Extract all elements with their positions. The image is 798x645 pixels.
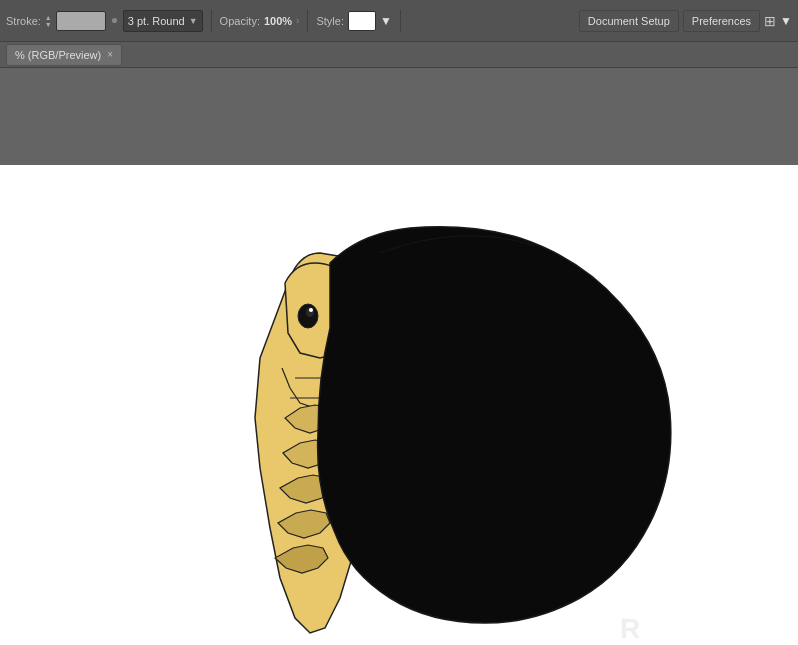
tab-close-button[interactable]: × bbox=[107, 49, 113, 60]
stroke-dot-separator bbox=[112, 18, 117, 23]
toolbar: Stroke: ▲ ▼ 3 pt. Round ▼ Opacity: 100% … bbox=[0, 0, 798, 42]
stroke-stepper[interactable]: ▲ ▼ bbox=[45, 14, 52, 28]
opacity-expand-icon[interactable]: › bbox=[296, 15, 299, 26]
document-tab[interactable]: % (RGB/Preview) × bbox=[6, 44, 122, 66]
toolbar-right-actions: Document Setup Preferences ⊞ ▼ bbox=[579, 10, 792, 32]
style-group: Style: ▼ bbox=[316, 11, 391, 31]
svg-point-2 bbox=[309, 308, 313, 312]
arrange-icon[interactable]: ⊞ bbox=[764, 13, 776, 29]
separator-1 bbox=[211, 10, 212, 32]
tab-label: % (RGB/Preview) bbox=[15, 49, 101, 61]
style-dropdown-arrow: ▼ bbox=[380, 14, 392, 28]
stroke-dropdown-arrow: ▼ bbox=[189, 16, 198, 26]
stroke-group: Stroke: ▲ ▼ bbox=[6, 11, 106, 31]
watermark-text: R bbox=[620, 613, 640, 644]
separator-2 bbox=[307, 10, 308, 32]
opacity-group: Opacity: 100% › bbox=[220, 15, 300, 27]
stroke-label: Stroke: bbox=[6, 15, 41, 27]
style-swatch[interactable] bbox=[348, 11, 376, 31]
style-label: Style: bbox=[316, 15, 344, 27]
stroke-style-value: 3 pt. Round bbox=[128, 15, 185, 27]
preferences-button[interactable]: Preferences bbox=[683, 10, 760, 32]
opacity-value: 100% bbox=[264, 15, 292, 27]
stroke-color-swatch[interactable] bbox=[56, 11, 106, 31]
opacity-label: Opacity: bbox=[220, 15, 260, 27]
stroke-style-dropdown[interactable]: 3 pt. Round ▼ bbox=[123, 10, 203, 32]
tab-bar: % (RGB/Preview) × bbox=[0, 42, 798, 68]
character-helmet bbox=[318, 227, 671, 623]
document-setup-button[interactable]: Document Setup bbox=[579, 10, 679, 32]
separator-3 bbox=[400, 10, 401, 32]
artwork-svg: R bbox=[0, 68, 798, 645]
canvas-area: R bbox=[0, 68, 798, 645]
arrange-dropdown-arrow: ▼ bbox=[780, 14, 792, 28]
